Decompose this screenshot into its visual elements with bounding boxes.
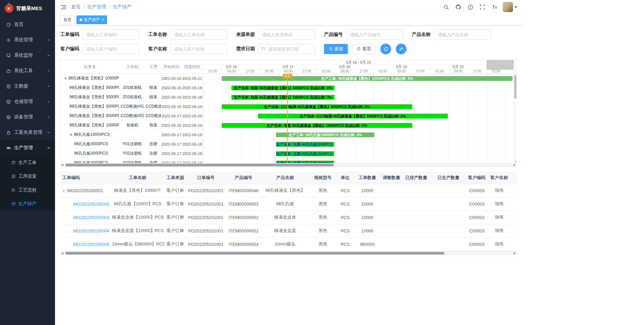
gantt-bar-workorder[interactable]: 生产工单: 96孔移液盒【黑色】10000PCS 完成比例: 0%: [222, 76, 513, 81]
workorder-code-link[interactable]: MO202205150005: [73, 242, 109, 247]
table-row[interactable]: MO202205150005 10mm吸头【960000】PCS 客户订单 PO…: [60, 237, 517, 251]
gantt-bar-task[interactable]: 生产任务: 组装 96孔移液盒【黑色】5000PCS 完成比例: 0%: [231, 95, 334, 100]
collapse-caret-icon[interactable]: ▼: [64, 77, 67, 80]
product-code-input[interactable]: [346, 30, 403, 40]
svg-text:?: ?: [469, 5, 471, 9]
avatar[interactable]: [503, 2, 513, 12]
user-menu[interactable]: [503, 2, 517, 12]
sidebar-item-system-monitor[interactable]: 系统监控: [0, 48, 55, 63]
layers-icon: [6, 115, 11, 120]
gantt-bar-task-selected[interactable]: 生产任务: 注塑 96孔孔板3000PCS 完成比例: 0%: [276, 151, 334, 156]
reset-button[interactable]: 重置: [352, 44, 376, 54]
edit-schedule-button[interactable]: [396, 44, 407, 54]
gantt-row-task[interactable]: 96孔移液盒【黑色】5000PCS Z01组装机 组装 2022-05-16 2…: [61, 83, 203, 93]
gantt-row-task[interactable]: 96孔移液盒【黑色】5000PCS CCD检测#01 CCD检测 2022-05…: [61, 102, 203, 111]
gantt-bar-workorder[interactable]: 生产工单: 96孔孔板10000PCS 完成比例: 0%: [276, 132, 374, 137]
table-row[interactable]: ∨MO202205150001 移液盒【黑色】10000个 客户订单 PO202…: [60, 184, 517, 197]
gantt-timeline: 5月 16 - 5月 22 5月 16 5月 17 5月 18 5月 19 5月…: [203, 60, 514, 163]
sync-schedule-button[interactable]: [380, 44, 391, 54]
gantt-row-task[interactable]: 96孔移液盒【黑色】5000PCS CCD检测#02 CCD检测 2022-05…: [61, 111, 203, 121]
sidebar-item-process-flow[interactable]: 工艺流程: [0, 183, 55, 197]
table-row[interactable]: MO202205150003 移液盒盒体【10000】PCS 客户订单 PO20…: [60, 211, 517, 224]
fullscreen-icon[interactable]: [479, 3, 486, 11]
source-doc-input[interactable]: [258, 30, 315, 40]
collapse-caret-icon[interactable]: ▼: [69, 133, 72, 137]
gantt-row-workorder[interactable]: ▼96孔移液盒【黑色】10000PCS 2022-05-16 2022-05-2…: [61, 74, 203, 83]
search-button[interactable]: 搜索: [324, 44, 348, 54]
top-navbar: 首页 / 生产管理 / 生产排产 ?: [55, 0, 522, 14]
sidebar-item-equipment[interactable]: 设备管理: [0, 109, 55, 125]
timeline-body: 今天 生产工单: 96孔移液盒【黑色】10000PCS 完成比例: 0% 生产任…: [203, 74, 514, 163]
customer-name-input[interactable]: [170, 44, 227, 54]
sidebar-item-master-data[interactable]: 主数据: [0, 78, 55, 94]
app-logo[interactable]: 苦糖果MES: [0, 0, 55, 17]
work-orders-table: 工单编码 工单名称 工单来源 订单编号 产品编号 产品名称 规格型号 单位 工单…: [60, 172, 517, 251]
sidebar-menu: 首页 系统管理 系统监控 系统工具 主数据: [0, 17, 55, 325]
chevron-down-icon: [47, 84, 50, 89]
gantt-row-task[interactable]: 96孔孔板3000PCS Y02注塑机 注塑 2022-05-17 2022-0…: [61, 149, 203, 158]
scroll-down-arrow-icon[interactable]: ▼: [514, 160, 517, 163]
gantt-bar-task[interactable]: 生产任务: CCD检测 96孔移液盒【黑色】5000PCS 完成比例: 0%: [222, 104, 413, 109]
gantt-horizontal-scrollbar[interactable]: ◀ ▶: [60, 163, 517, 167]
sidebar-item-system-mgmt[interactable]: 系统管理: [0, 32, 55, 48]
workorder-code-link[interactable]: MO202205150004: [73, 228, 109, 233]
breadcrumb-home[interactable]: 首页: [71, 4, 80, 10]
calendar-icon: [261, 46, 266, 52]
sidebar: 苦糖果MES 首页 系统管理 系统监控 系统工具: [0, 0, 55, 325]
workorder-name-input[interactable]: [170, 30, 227, 40]
tab-production-scheduling[interactable]: 生产排产 ×: [76, 15, 107, 24]
gantt-bar-task-selected[interactable]: 生产任务: 注塑 96孔孔板3000PCS 完成比例: 0%: [276, 161, 334, 163]
table-horizontal-scrollbar[interactable]: ◀ ▶: [60, 251, 517, 255]
calendar-icon: [11, 202, 16, 206]
sidebar-item-warehouse[interactable]: 仓储管理: [0, 94, 55, 109]
sidebar-item-production-scheduling[interactable]: 生产排产: [0, 197, 55, 211]
scrollbar-thumb[interactable]: [514, 75, 517, 99]
gantt-bar-task[interactable]: 生产任务: CCD检测 96孔移液盒【黑色】5000PCS 完成比例: 0%: [258, 114, 448, 118]
gantt-task-table: 任务名 工作站 工序 开始时间 结束时间 ▼96孔移液盒【黑色】10000PCS…: [61, 60, 203, 163]
breadcrumb-production-mgmt[interactable]: 生产管理: [87, 4, 106, 10]
chevron-down-icon: [47, 130, 50, 135]
gantt-vertical-scrollbar[interactable]: ▼: [514, 60, 517, 163]
scroll-right-arrow-icon[interactable]: ▶: [513, 252, 516, 255]
sidebar-item-work-order[interactable]: 生产工单: [0, 156, 55, 169]
close-icon[interactable]: ×: [102, 18, 104, 22]
sidebar-item-system-tools[interactable]: 系统工具: [0, 63, 55, 78]
gantt-bar-task[interactable]: 生产任务: 包装 96孔移液盒【黑色】10000PCS 完成比例: 0%: [222, 123, 413, 128]
scroll-left-arrow-icon[interactable]: ◀: [61, 163, 64, 167]
product-name-input[interactable]: [434, 30, 491, 40]
eye-icon: [6, 146, 11, 151]
search-icon[interactable]: [442, 3, 450, 11]
workorder-code-input[interactable]: [83, 30, 140, 40]
table-row[interactable]: MO202205150002 96孔孔板【10000】PCS 客户订单 PO20…: [60, 197, 517, 211]
gantt-row-task[interactable]: 96孔移液盒【黑色】5000PCS Z02组装机 组装 2022-05-16 2…: [61, 93, 203, 102]
demand-date-input[interactable]: [258, 44, 315, 54]
scrollbar-thumb[interactable]: [65, 252, 444, 255]
row-expand-icon[interactable]: ∨: [62, 189, 65, 193]
scroll-right-arrow-icon[interactable]: ▶: [513, 163, 516, 167]
sidebar-item-tooling[interactable]: 工装夹具管理: [0, 125, 55, 140]
scroll-left-arrow-icon[interactable]: ◀: [61, 252, 64, 255]
gantt-bar-task-selected[interactable]: 生产任务: 注塑 96孔孔板3000PCS 完成比例: 0%: [276, 142, 334, 147]
workorder-code-link[interactable]: MO202205150002: [73, 202, 109, 207]
gantt-row-task[interactable]: 96孔移液盒【黑色】10000PCS 包装机 包装 2022-05-16 202…: [61, 121, 203, 130]
font-size-icon[interactable]: [491, 3, 498, 11]
scrollbar-thumb[interactable]: [65, 164, 334, 166]
gantt-row-workorder[interactable]: ▼96孔孔板10000PCS 2022-05-17 2022-05-19: [61, 130, 203, 140]
gantt-row-task[interactable]: 96孔孔板3000PCS Y03注塑机 注塑 2022-05-17 2022-0…: [61, 158, 203, 163]
github-icon[interactable]: [454, 3, 462, 11]
customer-code-input[interactable]: [83, 44, 140, 54]
help-icon[interactable]: ?: [467, 3, 474, 11]
navbar-actions: ?: [442, 2, 517, 12]
table-header-row: 工单编码 工单名称 工单来源 订单编号 产品编号 产品名称 规格型号 单位 工单…: [60, 172, 517, 184]
filter-panel: 工单编码 工单名称 来源单据 产品编号 产品名称 客户编码 客户名称 需求日期: [55, 25, 522, 59]
sidebar-toggle-icon[interactable]: [60, 3, 67, 11]
sidebar-item-process-settings[interactable]: 工序设置: [0, 169, 55, 183]
tab-home[interactable]: 首页: [60, 15, 74, 24]
workorder-code-link[interactable]: MO202205150003: [73, 215, 109, 220]
sidebar-item-home[interactable]: 首页: [0, 17, 55, 32]
sidebar-item-production[interactable]: 生产管理: [0, 140, 55, 156]
table-row[interactable]: MO202205150004 移液盒盒盖【10000】PCS 客户订单 PO20…: [60, 224, 517, 237]
gantt-bar-task[interactable]: 生产任务: 组装 96孔移液盒【黑色】5000PCS 完成比例: 0%: [231, 86, 334, 90]
gantt-row-task[interactable]: 96孔孔板3000PCS Y01注塑机 注塑 2022-05-17 2022-0…: [61, 140, 203, 149]
workorder-code: MO202205150001: [67, 188, 103, 193]
